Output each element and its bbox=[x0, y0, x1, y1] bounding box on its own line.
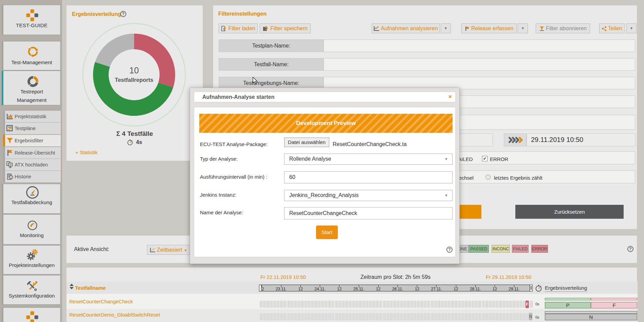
svg-text:10: 10 bbox=[129, 66, 139, 75]
svg-text:Testfallreports: Testfallreports bbox=[115, 77, 153, 83]
